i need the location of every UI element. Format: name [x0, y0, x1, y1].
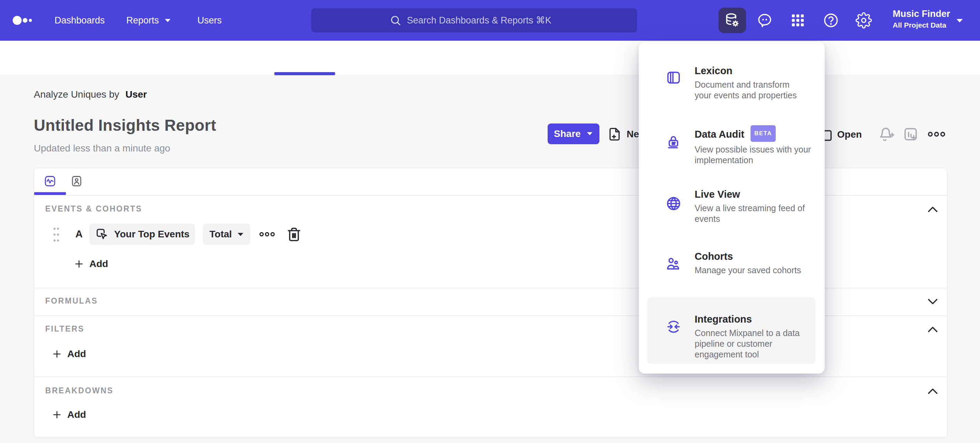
plus-icon: [52, 410, 62, 419]
metric-select-button[interactable]: Total: [203, 224, 250, 245]
feedback-button[interactable]: [755, 11, 774, 30]
plus-icon: [52, 349, 62, 359]
share-button[interactable]: Share: [547, 124, 600, 144]
breadcrumb-value[interactable]: User: [125, 89, 146, 100]
add-alert-button[interactable]: [878, 126, 894, 143]
search-input[interactable]: [407, 15, 559, 26]
menu-item-title: Integrations: [695, 312, 810, 326]
mixpanel-logo-icon[interactable]: [13, 15, 32, 26]
open-report-label: Open: [837, 129, 862, 140]
data-management-icon: [724, 12, 741, 29]
menu-item-desc: View a live streaming feed of events: [695, 203, 825, 224]
event-row-overflow-menu[interactable]: [259, 230, 275, 238]
active-card-tab-underline: [34, 192, 66, 195]
add-event-label: Add: [89, 259, 108, 270]
updated-timestamp: Updated less than a minute ago: [34, 143, 170, 154]
metrics-view-tab[interactable]: [44, 175, 56, 187]
data-management-button[interactable]: [718, 8, 746, 33]
overflow-icon: [259, 230, 275, 238]
trash-icon: [286, 226, 302, 242]
integrations-icon: [666, 319, 681, 335]
settings-button[interactable]: [854, 11, 873, 30]
help-icon: [822, 12, 839, 29]
project-caret-icon[interactable]: [955, 18, 964, 23]
add-to-board-button[interactable]: [903, 126, 919, 143]
data-tools-dropdown: Lexicon Document and transform your even…: [639, 42, 825, 374]
add-breakdown-button[interactable]: Add: [52, 409, 86, 420]
metric-select-label: Total: [210, 229, 232, 240]
section-filters-label: FILTERS: [45, 324, 84, 333]
report-overflow-menu[interactable]: [928, 130, 945, 139]
menu-item-integrations[interactable]: Integrations Connect Mixpanel to a data …: [695, 312, 810, 360]
event-picker-icon: [95, 227, 109, 241]
chevron-up-icon: [927, 388, 938, 395]
line-chart-tab-icon: [44, 175, 56, 187]
menu-item-desc: Document and transform your events and p…: [695, 79, 808, 101]
menu-item-cohorts[interactable]: Cohorts Manage your saved cohorts: [695, 249, 801, 276]
lexicon-icon: [666, 70, 681, 86]
plus-icon: [74, 259, 84, 269]
caret-down-icon: [586, 132, 593, 136]
menu-item-live-view[interactable]: Live View View a live streaming feed of …: [695, 187, 825, 224]
overflow-icon: [928, 130, 945, 139]
nav-users-label: Users: [197, 15, 222, 26]
search-icon: [390, 14, 401, 26]
menu-item-title: Data Audit: [695, 127, 744, 141]
add-filter-button[interactable]: Add: [52, 348, 86, 359]
section-filters-collapse-button[interactable]: [927, 326, 938, 333]
section-breakdowns-label: BREAKDOWNS: [45, 386, 113, 395]
section-breakdowns-collapse-button[interactable]: [927, 388, 938, 395]
event-select-label: Your Top Events: [114, 229, 189, 240]
help-button[interactable]: [821, 11, 841, 30]
event-row-letter: A: [72, 229, 87, 240]
nav-users[interactable]: Users: [197, 0, 222, 41]
project-name: Music Finder: [893, 8, 950, 20]
menu-item-lexicon[interactable]: Lexicon Document and transform your even…: [695, 64, 808, 101]
delete-event-row-button[interactable]: [286, 226, 302, 242]
divider: [34, 376, 947, 377]
section-formulas-label: FORMULAS: [45, 296, 98, 306]
file-plus-icon: [607, 127, 622, 141]
beta-badge: BETA: [751, 125, 776, 142]
bell-plus-icon: [878, 126, 894, 143]
drag-handle-icon: [52, 226, 60, 243]
section-events-collapse-button[interactable]: [927, 206, 938, 213]
menu-item-desc: View possible issues with your implement…: [695, 144, 825, 166]
section-events-cohorts-label: EVENTS & COHORTS: [45, 204, 142, 214]
share-button-label: Share: [554, 129, 581, 140]
project-selector[interactable]: Music Finder All Project Data: [893, 8, 950, 30]
menu-item-desc: Manage your saved cohorts: [695, 265, 801, 276]
global-search[interactable]: [311, 8, 637, 32]
menu-item-title: Lexicon: [695, 64, 808, 78]
page-title[interactable]: Untitled Insights Report: [34, 116, 216, 135]
row-drag-handle[interactable]: [52, 226, 60, 243]
data-audit-icon: [666, 134, 681, 150]
nav-reports[interactable]: Reports: [126, 0, 172, 41]
section-formulas-expand-button[interactable]: [927, 298, 938, 305]
profiles-tab-icon: [70, 175, 83, 187]
breadcrumb-prefix: Analyze Uniques by: [34, 89, 119, 100]
report-tabbar: [0, 41, 980, 75]
apps-grid-button[interactable]: [788, 11, 807, 30]
nav-dashboards-label: Dashboards: [54, 15, 105, 26]
add-breakdown-label: Add: [67, 409, 86, 420]
caret-down-icon: [164, 18, 172, 23]
menu-item-desc: Connect Mixpanel to a data pipeline or c…: [695, 328, 810, 360]
profiles-view-tab[interactable]: [70, 175, 83, 187]
nav-reports-label: Reports: [126, 15, 159, 26]
project-scope: All Project Data: [893, 20, 950, 30]
caret-down-icon: [237, 233, 243, 237]
cohorts-icon: [666, 256, 681, 272]
nav-dashboards[interactable]: Dashboards: [54, 0, 105, 41]
settings-gear-icon: [856, 12, 872, 29]
top-nav: Dashboards Reports Users: [0, 0, 980, 41]
menu-item-title: Live View: [695, 187, 825, 201]
menu-item-title: Cohorts: [695, 249, 801, 263]
menu-item-data-audit[interactable]: Data Audit BETA View possible issues wit…: [695, 126, 825, 166]
add-event-button[interactable]: Add: [74, 259, 108, 270]
chevron-up-icon: [927, 206, 938, 213]
event-select-button[interactable]: Your Top Events: [89, 224, 195, 245]
live-view-icon: [666, 195, 681, 211]
active-tab-underline: [274, 72, 335, 75]
add-filter-label: Add: [67, 348, 86, 359]
